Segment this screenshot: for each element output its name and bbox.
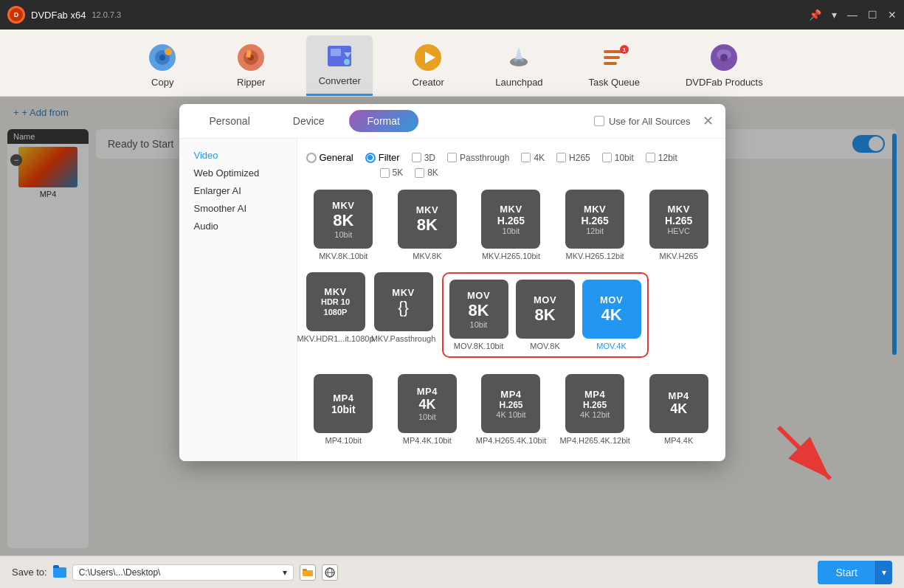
format-mkv-h265-12bit[interactable]: MKV H.265 12bit MKV.H265.12bit: [557, 190, 632, 260]
format-grid-row3: MP4 10bit MP4.10bit MP4 4K 10bit: [306, 367, 717, 452]
format-label-mov-8k-10bit: MOV.8K.10bit: [454, 342, 503, 350]
format-mov-4k[interactable]: MOV 4K MOV.4K: [582, 280, 641, 350]
nav-creator-label: Creator: [413, 77, 444, 88]
path-input[interactable]: C:\Users\...\Desktop\ ▾: [72, 564, 294, 581]
app-name: DVDFab x64: [31, 10, 86, 21]
sidebar-item-audio[interactable]: Audio: [182, 218, 294, 235]
tab-personal[interactable]: Personal: [191, 110, 269, 132]
launchpad-icon: [503, 41, 535, 74]
close-button[interactable]: ✕: [888, 9, 897, 21]
nav-creator[interactable]: Creator: [395, 37, 461, 95]
folder-icon: [53, 567, 66, 578]
nav-converter[interactable]: Converter: [306, 35, 373, 96]
checkbox-10bit[interactable]: 10bit: [602, 153, 634, 163]
tab-device[interactable]: Device: [275, 110, 343, 132]
format-mkv-8k[interactable]: MKV 8K MKV.8K: [390, 190, 465, 260]
modal-close-button[interactable]: ✕: [703, 113, 714, 129]
checkbox-8k[interactable]: 8K: [415, 167, 438, 178]
use-for-all-label: Use for All Sources: [609, 116, 691, 127]
nav-dvdfab[interactable]: DVDFab Products: [674, 37, 775, 95]
nav-launchpad[interactable]: Launchpad: [483, 37, 554, 95]
format-label-mp4-h265-4k-10bit: MP4.H265.4K.10bit: [476, 436, 546, 445]
svg-point-13: [344, 59, 350, 65]
radio-general-circle: [306, 153, 317, 163]
svg-point-4: [159, 55, 165, 60]
svg-rect-30: [303, 570, 313, 576]
format-label-mp4-4k: MP4.4K: [664, 436, 693, 445]
format-icon-mkv-passthrough: MKV {}: [374, 272, 433, 331]
nav-ripper-label: Ripper: [237, 77, 265, 88]
checkbox-10bit-box: [602, 153, 612, 162]
format-mkv-hdr1[interactable]: MKV HDR 101080P MKV.HDR1...it.1080p: [306, 272, 365, 343]
copy-icon: [146, 41, 179, 74]
sidebar-item-video[interactable]: Video: [182, 147, 294, 164]
checkbox-8k-box: [415, 168, 424, 178]
checkbox-3d[interactable]: 3D: [412, 153, 435, 163]
format-icon-mp4-4k-10bit: MP4 4K 10bit: [398, 374, 457, 433]
format-label-mkv-passthrough: MKV.Passthrough: [371, 334, 436, 343]
globe-button[interactable]: [322, 564, 338, 581]
format-mp4-4k-10bit[interactable]: MP4 4K 10bit MP4.4K.10bit: [390, 374, 465, 445]
minimize-button[interactable]: —: [847, 9, 858, 21]
main-window: Copy Ripper Conv: [0, 30, 904, 588]
format-label-mkv-h265-10bit: MKV.H265.10bit: [482, 252, 540, 260]
format-mp4-10bit[interactable]: MP4 10bit MP4.10bit: [306, 374, 382, 445]
taskqueue-icon: 1: [598, 41, 630, 74]
nav-taskqueue-label: Task Queue: [589, 77, 640, 88]
checkbox-4k-box: [521, 153, 531, 162]
format-mov-8k-10bit[interactable]: MOV 8K 10bit MOV.8K.10bit: [449, 280, 508, 350]
start-dropdown-button[interactable]: ▾: [875, 561, 892, 584]
maximize-button[interactable]: ☐: [868, 9, 877, 21]
format-mkv-h265[interactable]: MKV H.265 HEVC MKV.H265: [641, 190, 717, 260]
path-dropdown-icon: ▾: [283, 567, 287, 578]
nav-launchpad-label: Launchpad: [495, 77, 542, 88]
checkbox-passthrough[interactable]: Passthrough: [447, 153, 509, 163]
modal-content: General Filter 3D: [297, 139, 725, 461]
checkbox-5k-box: [380, 168, 390, 178]
tab-format[interactable]: Format: [349, 110, 418, 132]
format-mkv-h265-10bit[interactable]: MKV H.265 10bit MKV.H265.10bit: [474, 190, 549, 260]
nav-taskqueue[interactable]: 1 Task Queue: [577, 37, 652, 95]
format-grid-row1: MKV 8K 10bit MKV.8K.10bit MKV 8K: [306, 182, 717, 268]
sidebar-item-enlarger-ai[interactable]: Enlarger AI: [182, 182, 294, 199]
ripper-icon: [235, 41, 267, 74]
format-label-mkv-h265-12bit: MKV.H265.12bit: [566, 252, 624, 260]
titlebar-controls: 📌 ▾ — ☐ ✕: [809, 9, 897, 21]
checkbox-12bit[interactable]: 12bit: [646, 153, 677, 163]
format-icon-mkv-hdr1: MKV HDR 101080P: [306, 272, 365, 331]
checkbox-passthrough-box: [447, 153, 457, 162]
sidebar-item-smoother-ai[interactable]: Smoother AI: [182, 200, 294, 217]
format-icon-mkv-h265-10bit: MKV H.265 10bit: [481, 190, 540, 249]
modal-sidebar: Video Web Optimized Enlarger AI Smoother…: [179, 139, 297, 461]
nav-dvdfab-label: DVDFab Products: [686, 77, 763, 88]
checkbox-4k[interactable]: 4K: [521, 153, 545, 163]
checkbox-h265[interactable]: H265: [556, 153, 590, 163]
format-mkv-8k-10bit[interactable]: MKV 8K 10bit MKV.8K.10bit: [306, 190, 382, 260]
checkbox-5k[interactable]: 5K: [380, 167, 404, 178]
use-for-all-checkbox[interactable]: [594, 116, 604, 126]
sidebar-item-web-optimized[interactable]: Web Optimized: [182, 165, 294, 181]
format-mp4-h265-4k-10bit[interactable]: MP4 H.265 4K 10bit MP4.H265.4K.10bit: [474, 374, 549, 445]
svg-point-5: [165, 48, 172, 55]
start-section: Start ▾: [818, 561, 892, 584]
browse-folder-button[interactable]: [300, 564, 316, 581]
radio-filter[interactable]: Filter: [365, 152, 400, 163]
format-mp4-h265-4k-12bit[interactable]: MP4 H.265 4K 12bit MP4.H265.4K.12bit: [557, 374, 632, 445]
format-mp4-4k[interactable]: MP4 4K MP4.4K: [641, 374, 717, 445]
format-icon-mkv-h265: MKV H.265 HEVC: [649, 190, 708, 249]
radio-general[interactable]: General: [306, 152, 353, 163]
format-modal: Personal Device Format Use for All Sourc…: [179, 104, 725, 461]
svg-rect-21: [604, 56, 620, 59]
dropdown-icon[interactable]: ▾: [832, 9, 837, 21]
nav-ripper[interactable]: Ripper: [218, 37, 284, 95]
nav-copy[interactable]: Copy: [129, 37, 196, 95]
format-mkv-passthrough[interactable]: MKV {} MKV.Passthrough: [374, 272, 433, 343]
format-mov-8k[interactable]: MOV 8K MOV.8K: [516, 280, 575, 350]
save-to-label: Save to:: [12, 567, 47, 578]
converter-icon: [323, 40, 356, 72]
svg-text:1: 1: [623, 46, 627, 53]
radio-filter-circle: [365, 153, 376, 163]
filter-row: General Filter 3D: [306, 148, 717, 167]
pin-icon[interactable]: 📌: [809, 9, 821, 21]
start-button[interactable]: Start: [818, 561, 875, 584]
